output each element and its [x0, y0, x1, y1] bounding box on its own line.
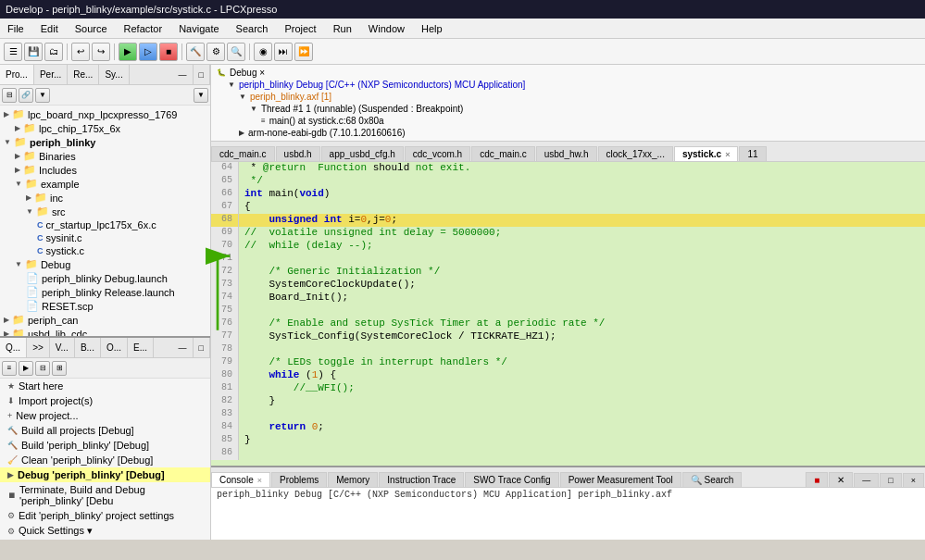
tree-item-sysinit[interactable]: C sysinit.c: [33, 231, 210, 244]
quick-tab-b[interactable]: B...: [75, 338, 101, 357]
tree-item-usbd-lib-cdc[interactable]: ▶📁 usbd_lib_cdc: [0, 327, 210, 336]
menu-help[interactable]: Help: [418, 22, 446, 35]
quick-item-build-all[interactable]: 🔨 Build all projects [Debug]: [0, 423, 210, 438]
toolbar-btn-4[interactable]: ⚙: [206, 43, 225, 61]
toolbar-btn-undo[interactable]: ↩: [71, 43, 90, 61]
console-tab-memory[interactable]: Memory: [328, 472, 378, 487]
console-minimize[interactable]: —: [854, 473, 879, 487]
tree-item-example[interactable]: ▼📁 example: [11, 177, 210, 191]
toolbar-btn-2[interactable]: 💾: [24, 43, 43, 61]
tab-cdc-main-1[interactable]: cdc_main.c: [211, 146, 275, 161]
quick-item-debug-blinky[interactable]: ▶ Debug 'periph_blinky' [Debug]: [0, 467, 210, 482]
sidebar-collapse-all[interactable]: ⊟: [2, 88, 17, 103]
quick-btn-2[interactable]: ▶: [19, 361, 33, 376]
tab-usbd-hw-h[interactable]: usbd_hw.h: [536, 146, 597, 161]
quick-item-terminate-build[interactable]: ⏹ Terminate, Build and Debug 'periph_bli…: [0, 482, 210, 508]
console-tab-close[interactable]: ×: [257, 476, 262, 485]
toolbar-btn-build[interactable]: 🔨: [186, 43, 205, 61]
tree-item-includes[interactable]: ▶📁 Includes: [11, 163, 210, 177]
console-close[interactable]: ×: [903, 473, 924, 487]
tree-item-periph-can[interactable]: ▶📁 periph_can: [0, 313, 210, 327]
tree-item-board[interactable]: ▶📁 lpc_board_nxp_lpcxpresso_1769: [0, 107, 210, 121]
tree-item-systick[interactable]: C systick.c: [33, 244, 210, 257]
toolbar-btn-redo[interactable]: ↪: [92, 43, 110, 61]
toolbar-btn-run[interactable]: ▷: [139, 43, 157, 61]
toolbar-btn-1[interactable]: ☰: [4, 43, 22, 61]
console-tab-power[interactable]: Power Measurement Tool: [560, 472, 681, 487]
quick-item-new-project[interactable]: + New project...: [0, 408, 210, 423]
quick-tab-e[interactable]: E...: [128, 338, 154, 357]
toolbar-btn-6[interactable]: ◉: [254, 43, 272, 61]
quick-tab-main[interactable]: Q...: [0, 338, 27, 357]
tree-item-binaries[interactable]: ▶📁 Binaries: [11, 149, 210, 163]
tree-item-cr-startup[interactable]: C cr_startup_lpc175x_6x.c: [33, 218, 210, 231]
console-stop-btn[interactable]: ■: [806, 472, 828, 487]
tab-extra[interactable]: 11: [739, 146, 766, 161]
sidebar-tab-symbols[interactable]: Sy...: [99, 65, 129, 84]
debug-tree-gdb[interactable]: ▶ arm-none-eabi-gdb (7.10.1.20160616): [239, 127, 919, 139]
console-clear-btn[interactable]: ✕: [829, 472, 853, 487]
sidebar-menu[interactable]: ▼: [194, 88, 208, 103]
tree-item-debug-launch[interactable]: 📄 periph_blinky Debug.launch: [22, 271, 210, 285]
toolbar-btn-3[interactable]: 🗂: [44, 43, 63, 61]
console-tab-problems[interactable]: Problems: [271, 472, 327, 487]
debug-tree-main[interactable]: ≡ main() at systick.c:68 0x80a: [261, 115, 919, 127]
menu-project[interactable]: Project: [281, 22, 319, 35]
tree-item-src[interactable]: ▼📁 src: [22, 205, 210, 218]
toolbar-btn-7[interactable]: ⏭: [274, 43, 293, 61]
tab-systick-c[interactable]: systick.c ×: [674, 146, 739, 161]
menu-run[interactable]: Run: [330, 22, 356, 35]
sidebar-maximize[interactable]: □: [194, 65, 210, 84]
quick-item-start-here[interactable]: ★ Start here: [0, 379, 210, 393]
toolbar-btn-8[interactable]: ⏩: [294, 43, 313, 61]
console-tab-instruction-trace[interactable]: Instruction Trace: [379, 472, 464, 487]
quick-maximize[interactable]: □: [194, 338, 210, 357]
quick-tab-o[interactable]: O...: [101, 338, 128, 357]
tree-item-chip[interactable]: ▶📁 lpc_chip_175x_6x: [0, 121, 210, 135]
menu-search[interactable]: Search: [232, 22, 272, 35]
menu-edit[interactable]: Edit: [37, 22, 62, 35]
quick-item-export[interactable]: 📦 Export projects to archive (zip): [0, 539, 210, 540]
tab-systick-close[interactable]: ×: [725, 150, 730, 159]
code-editor[interactable]: 64 * @return Function should not exit. 6…: [211, 162, 925, 466]
debug-tree-axf[interactable]: ▼ periph_blinky.axf [1]: [239, 91, 919, 103]
quick-minimize[interactable]: —: [173, 338, 194, 357]
tree-item-reset[interactable]: 📄 RESET.scp: [22, 299, 210, 313]
toolbar-btn-stop[interactable]: ■: [159, 43, 178, 61]
console-tab-swo[interactable]: SWO Trace Config: [465, 472, 558, 487]
tree-item-debug-folder[interactable]: ▼📁 Debug: [11, 257, 210, 271]
menu-navigate[interactable]: Navigate: [175, 22, 222, 35]
tree-item-release-launch[interactable]: 📄 periph_blinky Release.launch: [22, 285, 210, 299]
quick-item-quick-settings[interactable]: ⚙ Quick Settings ▾: [0, 523, 210, 539]
tab-app-usbd-cfg[interactable]: app_usbd_cfg.h: [321, 146, 404, 161]
tab-cdc-vcom-h[interactable]: cdc_vcom.h: [405, 146, 470, 161]
debug-tree-thread[interactable]: ▼ Thread #1 1 (runnable) (Suspended : Br…: [250, 103, 919, 115]
debug-tree-root[interactable]: 🐛 Debug ×: [217, 67, 919, 79]
debug-tree-app[interactable]: ▼ periph_blinky Debug [C/C++ (NXP Semico…: [228, 79, 919, 91]
menu-window[interactable]: Window: [365, 22, 408, 35]
tree-item-inc[interactable]: ▶📁 inc: [22, 191, 210, 205]
sidebar-filter[interactable]: ▼: [35, 88, 50, 103]
tab-clock-17xx[interactable]: clock_17xx_...: [598, 146, 673, 161]
sidebar-tab-project[interactable]: Pro...: [0, 65, 34, 84]
console-tab-search[interactable]: 🔍 Search: [682, 472, 742, 487]
tree-item-blinky[interactable]: ▼📁 periph_blinky: [0, 135, 210, 149]
quick-item-build-blinky[interactable]: 🔨 Build 'periph_blinky' [Debug]: [0, 438, 210, 453]
menu-source[interactable]: Source: [71, 22, 111, 35]
toolbar-btn-5[interactable]: 🔍: [227, 43, 245, 61]
tab-usbd-h[interactable]: usbd.h: [276, 146, 320, 161]
menu-file[interactable]: File: [4, 22, 28, 35]
console-maximize[interactable]: □: [880, 473, 901, 487]
quick-btn-3[interactable]: ⊟: [35, 361, 50, 376]
quick-item-edit-settings[interactable]: ⚙ Edit 'periph_blinky' project settings: [0, 508, 210, 523]
console-tab-console[interactable]: Console ×: [211, 472, 270, 487]
quick-tab-v2[interactable]: V...: [50, 338, 75, 357]
quick-tab-v[interactable]: >>: [27, 338, 50, 357]
sidebar-tab-peripheral[interactable]: Per...: [34, 65, 68, 84]
quick-btn-1[interactable]: ≡: [2, 361, 17, 376]
quick-btn-4[interactable]: ⊞: [52, 361, 67, 376]
quick-item-import[interactable]: ⬇ Import project(s): [0, 393, 210, 408]
sidebar-minimize[interactable]: —: [173, 65, 194, 84]
menu-refactor[interactable]: Refactor: [120, 22, 167, 35]
sidebar-link[interactable]: 🔗: [19, 88, 33, 103]
